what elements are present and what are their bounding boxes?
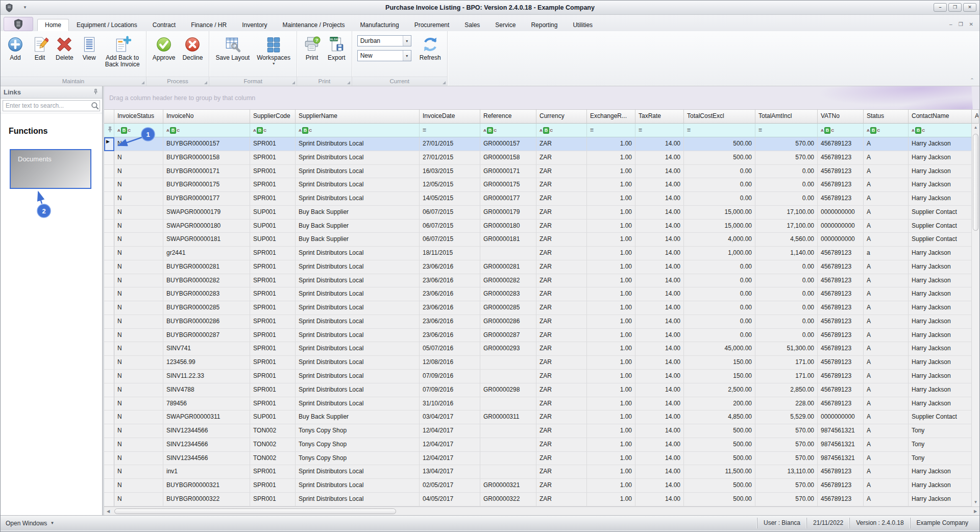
grid-row[interactable]: N123456.99SPR001Sprint Distributors Loca…: [104, 356, 979, 370]
column-header-totalamtincl[interactable]: TotalAmtIncl: [755, 110, 818, 124]
column-header-currency[interactable]: Currency: [536, 110, 587, 124]
tab-utilities[interactable]: Utilities: [565, 19, 600, 31]
filter-cell-suppliercode[interactable]: ABC: [250, 124, 296, 137]
print-button[interactable]: ?Print: [300, 33, 324, 63]
filter-cell-currency[interactable]: ABC: [536, 124, 587, 137]
filter-cell-invoicestatus[interactable]: ABC: [114, 124, 163, 137]
dialog-launcher-icon[interactable]: [347, 81, 350, 84]
scroll-down-icon[interactable]: ▼: [972, 498, 979, 506]
tab-sales[interactable]: Sales: [457, 19, 487, 31]
filter-cell-totalamtincl[interactable]: =: [755, 124, 818, 137]
grid-row[interactable]: NSINV12344566TON002Tonys Copy Shop12/04/…: [104, 438, 979, 452]
filter-cell-totalcostexcl[interactable]: =: [684, 124, 755, 137]
filter-cell-exchanger[interactable]: =: [587, 124, 635, 137]
grid-row[interactable]: Ninv1SPR001Sprint Distributors Local13/0…: [104, 465, 979, 479]
grid-row[interactable]: NBUYBGR00000158SPR001Sprint Distributors…: [104, 151, 979, 165]
minimize-button[interactable]: –: [934, 3, 947, 12]
horizontal-scroll-thumb[interactable]: [114, 509, 396, 514]
tab-manufacturing[interactable]: Manufacturing: [353, 19, 407, 31]
ribbon-close-icon[interactable]: ✕: [969, 21, 973, 27]
caret-down-icon[interactable]: ▼: [403, 51, 411, 61]
delete-button[interactable]: Delete: [53, 33, 77, 63]
grid-row[interactable]: NSINV741SPR001Sprint Distributors Local0…: [104, 342, 979, 356]
scroll-right-icon[interactable]: ▶: [971, 509, 979, 514]
open-windows-button[interactable]: Open Windows ▼: [6, 520, 54, 527]
filter-cell-reference[interactable]: ABC: [480, 124, 536, 137]
grid-row[interactable]: NSWAPGR00000311SUP001Buy Back Supplier03…: [104, 410, 979, 424]
tab-service[interactable]: Service: [487, 19, 523, 31]
grid-row[interactable]: Ngr2441SPR001Sprint Distributors Local18…: [104, 247, 979, 260]
vertical-scroll-thumb[interactable]: [973, 134, 978, 231]
grid-row[interactable]: NSWAPGR00000179SUP001Buy Back Supplier06…: [104, 206, 979, 220]
column-header-contactname[interactable]: ContactName: [909, 110, 972, 124]
tab-finance-hr[interactable]: Finance / HR: [183, 19, 234, 31]
grid-row[interactable]: NBUYBGR00000171SPR001Sprint Distributors…: [104, 165, 979, 179]
grid-row[interactable]: NBUYBGR00000177SPR001Sprint Distributors…: [104, 192, 979, 206]
dialog-launcher-icon[interactable]: [141, 81, 144, 84]
column-header-reference[interactable]: Reference: [480, 110, 536, 124]
grid-row[interactable]: NBUYBGR00000321SPR001Sprint Distributors…: [104, 479, 979, 493]
tab-equipment-locations[interactable]: Equipment / Locations: [69, 19, 145, 31]
scroll-left-icon[interactable]: ◀: [104, 509, 112, 514]
grid-row[interactable]: NBUYBGR00000282SPR001Sprint Distributors…: [104, 274, 979, 288]
grid-row[interactable]: NSWAPGR00000180SUP001Buy Back Supplier06…: [104, 220, 979, 233]
column-header-suppliercode[interactable]: SupplierCode: [250, 110, 296, 124]
dialog-launcher-icon[interactable]: [204, 81, 207, 84]
grid-row[interactable]: ▶NBUYBGR00000157SPR001Sprint Distributor…: [104, 137, 979, 151]
quick-access-caret-icon[interactable]: ▼: [23, 5, 27, 10]
column-header-vatno[interactable]: VATNo: [818, 110, 864, 124]
grid-row[interactable]: NSWAPGR00000181SUP001Buy Back Supplier06…: [104, 233, 979, 247]
filter-cell-status[interactable]: ABC: [864, 124, 909, 137]
add-button[interactable]: Add: [4, 33, 27, 63]
decline-button[interactable]: Decline: [179, 33, 206, 63]
search-icon[interactable]: [90, 101, 100, 110]
export-button[interactable]: XLSXExport: [325, 33, 349, 63]
column-header-taxrate[interactable]: TaxRate: [635, 110, 684, 124]
dialog-launcher-icon[interactable]: [292, 81, 295, 84]
approve-button[interactable]: Approve: [150, 33, 179, 63]
tab-contract[interactable]: Contract: [145, 19, 183, 31]
documents-tile[interactable]: Documents: [10, 149, 91, 189]
grid-row[interactable]: NSINV12344566TON002Tonys Copy Shop12/04/…: [104, 424, 979, 438]
restore-button[interactable]: ❐: [948, 3, 962, 12]
ribbon-collapse-chevron-icon[interactable]: ⌃: [970, 77, 974, 84]
tab-home[interactable]: Home: [37, 19, 69, 31]
column-header-suppliername[interactable]: SupplierName: [296, 110, 420, 124]
column-header-exchanger[interactable]: ExchangeR...: [587, 110, 635, 124]
grid-row[interactable]: N789456SPR001Sprint Distributors Local31…: [104, 397, 979, 411]
tab-maintenance-projects[interactable]: Maintenance / Projects: [275, 19, 353, 31]
column-header-totalcostexcl[interactable]: TotalCostExcl: [684, 110, 755, 124]
add-back-to-back-invoice-button[interactable]: Add Back to Back Invoice: [102, 33, 143, 69]
grid-row[interactable]: NSINV4788SPR001Sprint Distributors Local…: [104, 383, 979, 397]
ribbon-restore-icon[interactable]: ❐: [959, 21, 963, 27]
close-button[interactable]: ✕: [963, 3, 976, 12]
search-input[interactable]: [3, 102, 90, 109]
dialog-launcher-icon[interactable]: [443, 81, 446, 84]
view-button[interactable]: View: [78, 33, 101, 63]
grid-row[interactable]: NBUYBGR00000322SPR001Sprint Distributors…: [104, 493, 979, 506]
grid-row[interactable]: NBUYBGR00000283SPR001Sprint Distributors…: [104, 287, 979, 301]
ribbon-minimize-icon[interactable]: –: [949, 21, 952, 27]
current-site-dropdown[interactable]: Durban▼: [357, 35, 411, 46]
pin-icon[interactable]: [92, 88, 99, 96]
column-header-invoiceno[interactable]: InvoiceNo: [163, 110, 250, 124]
grid-row[interactable]: NSINV11.22.33SPR001Sprint Distributors L…: [104, 370, 979, 383]
tab-procurement[interactable]: Procurement: [407, 19, 457, 31]
grid-row[interactable]: NBUYBGR00000285SPR001Sprint Distributors…: [104, 301, 979, 315]
grid-row[interactable]: NBUYBGR00000286SPR001Sprint Distributors…: [104, 315, 979, 329]
column-header-status[interactable]: Status: [864, 110, 909, 124]
column-header-invoicestatus[interactable]: InvoiceStatus: [114, 110, 163, 124]
refresh-button[interactable]: Refresh: [416, 33, 444, 63]
edit-button[interactable]: Edit: [28, 33, 52, 63]
column-header-ac[interactable]: Ac: [972, 110, 979, 124]
current-status-dropdown[interactable]: New▼: [357, 50, 411, 61]
grid-row[interactable]: NBUYBGR00000281SPR001Sprint Distributors…: [104, 260, 979, 274]
filter-cell-invoiceno[interactable]: ABC: [163, 124, 250, 137]
workspaces-button[interactable]: Workspaces▼: [254, 33, 293, 67]
grid-row[interactable]: NBUYBGR00000175SPR001Sprint Distributors…: [104, 178, 979, 192]
save-layout-button[interactable]: Save Layout: [212, 33, 253, 63]
filter-cell-vatno[interactable]: ABC: [818, 124, 864, 137]
tab-reporting[interactable]: Reporting: [523, 19, 565, 31]
vertical-scrollbar[interactable]: ▲ ▼: [971, 124, 979, 506]
scroll-up-icon[interactable]: ▲: [972, 124, 979, 132]
